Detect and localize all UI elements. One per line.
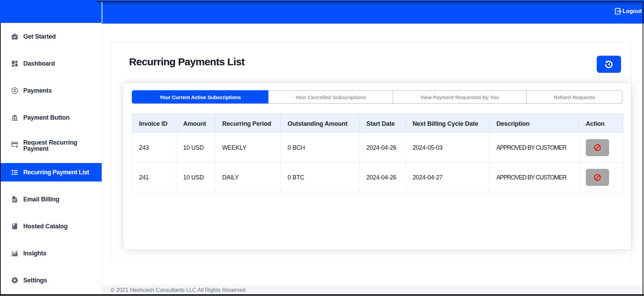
- svg-text:$: $: [14, 88, 16, 93]
